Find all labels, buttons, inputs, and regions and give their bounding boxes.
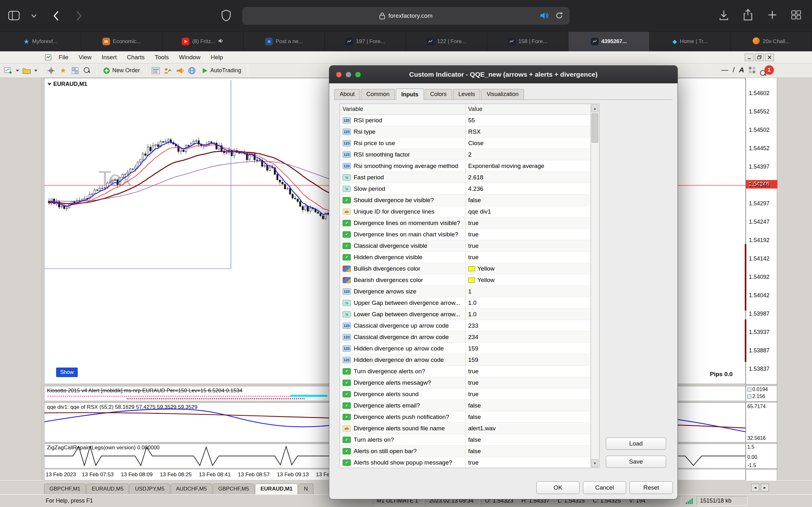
save-button[interactable]: Save — [606, 456, 666, 468]
tab-scroll-left-icon[interactable]: ◄ — [751, 484, 759, 492]
new-chart-caret-icon[interactable] — [16, 70, 19, 72]
browser-tab[interactable]: 122 | Fore... — [406, 32, 487, 51]
audio-playing-icon[interactable] — [540, 11, 549, 20]
zoom-light-icon[interactable] — [355, 72, 361, 77]
input-value-cell[interactable]: 1.0 — [466, 308, 591, 320]
address-bar[interactable]: forexfactory.com — [242, 7, 570, 25]
crosshair-icon[interactable] — [46, 66, 56, 76]
input-row[interactable]: ½Lower Gap between divergence arrow...1.… — [340, 308, 591, 320]
share-icon[interactable] — [743, 9, 753, 21]
input-row[interactable]: ✓Hidden divergence visibletrue — [340, 251, 591, 263]
reload-icon[interactable] — [555, 11, 563, 20]
input-value-cell[interactable]: 2.618 — [466, 172, 591, 183]
input-value-cell[interactable]: 159 — [466, 354, 591, 365]
cancel-button[interactable]: Cancel — [583, 481, 626, 494]
input-row[interactable]: ✓Divergence alerts push notification?fal… — [340, 411, 591, 423]
dialog-tab-colors[interactable]: Colors — [425, 89, 452, 100]
input-row[interactable]: ✓Turn divergence alerts on?true — [340, 366, 591, 377]
table-scrollbar[interactable]: ▲ ▼ — [591, 104, 600, 468]
input-value-cell[interactable]: false — [466, 446, 591, 457]
input-value-cell[interactable]: true — [466, 229, 591, 240]
downloads-icon[interactable] — [719, 9, 729, 21]
input-row[interactable]: 123Rsi price to useClose — [340, 137, 591, 149]
input-value-cell[interactable]: true — [466, 251, 591, 263]
input-row[interactable]: 123Hidden divergence up arrow code159 — [340, 343, 591, 354]
input-value-cell[interactable]: 233 — [466, 320, 591, 331]
input-value-cell[interactable]: true — [466, 217, 591, 228]
new-chart-icon[interactable] — [3, 66, 13, 76]
show-button[interactable]: Show — [56, 368, 78, 377]
input-value-cell[interactable]: Yellow — [466, 263, 591, 274]
input-row[interactable]: 123Divergence arrows size1 — [340, 286, 591, 297]
ok-button[interactable]: OK — [537, 481, 579, 494]
input-row[interactable]: 123Hidden divergence dn arrow code159 — [340, 354, 591, 366]
dialog-tab-about[interactable]: About — [334, 89, 360, 100]
new-order-button[interactable]: New Order — [100, 66, 143, 75]
tab-overview-icon[interactable] — [791, 10, 801, 20]
input-value-cell[interactable]: 234 — [466, 331, 591, 343]
alerts-horn-icon[interactable] — [175, 66, 185, 76]
scroll-thumb[interactable] — [592, 113, 598, 143]
input-row[interactable]: 123Classical divergence up arrow code233 — [340, 320, 591, 331]
dialog-tab-levels[interactable]: Levels — [453, 89, 480, 100]
trendline-tool-icon[interactable]: / — [733, 66, 734, 74]
input-value-cell[interactable]: 1.0 — [466, 297, 591, 308]
menu-help[interactable]: Help — [206, 54, 228, 61]
input-value-cell[interactable]: Exponential moving average — [466, 160, 591, 171]
input-value-cell[interactable]: false — [466, 434, 591, 445]
input-row[interactable]: ✓Should divergence be visible?false — [340, 194, 591, 206]
close-icon[interactable] — [765, 54, 774, 61]
strategy-tester-icon[interactable] — [163, 66, 173, 76]
notification-badge[interactable]: 1 — [764, 65, 774, 75]
menu-window[interactable]: Window — [174, 54, 206, 61]
load-button[interactable]: Load — [606, 438, 666, 450]
terminal-icon[interactable] — [151, 66, 161, 76]
input-value-cell[interactable]: 2 — [466, 149, 591, 160]
input-value-cell[interactable]: 1 — [466, 286, 591, 297]
input-row[interactable]: 123Rsi typeRSX — [340, 126, 591, 137]
input-row[interactable]: ✓Alerts on still open bar?false — [340, 446, 591, 457]
menu-view[interactable]: View — [73, 54, 97, 61]
close-light-icon[interactable] — [336, 72, 342, 77]
menu-charts[interactable]: Charts — [122, 54, 150, 61]
new-tab-icon[interactable] — [768, 10, 777, 20]
chart-tab[interactable]: USDJPY,M5 — [130, 484, 170, 494]
input-row[interactable]: ½Fast period2.618 — [340, 172, 591, 183]
browser-tab[interactable]: ≡Post a ne... — [244, 32, 325, 51]
chart-tab[interactable]: N — [299, 484, 313, 494]
browser-tab[interactable]: (8) Fritz... — [162, 32, 244, 51]
web-globe-icon[interactable] — [187, 66, 197, 76]
input-value-cell[interactable]: true — [466, 457, 591, 468]
input-value-cell[interactable]: Yellow — [466, 274, 591, 285]
chart-tab[interactable]: AUDCHF,M5 — [171, 484, 212, 494]
chart-tab[interactable]: EURAUD,M1 — [255, 484, 298, 494]
profiles-caret-icon[interactable] — [34, 70, 38, 72]
forward-icon[interactable] — [75, 10, 83, 21]
sidebar-icon[interactable] — [8, 11, 20, 20]
input-row[interactable]: Bearish divergences colorYellow — [340, 274, 591, 286]
input-value-cell[interactable]: qqe div1 — [466, 206, 591, 217]
input-row[interactable]: Bullish divergences colorYellow — [340, 263, 591, 274]
dialog-tab-inputs[interactable]: Inputs — [396, 89, 424, 100]
input-value-cell[interactable]: true — [466, 377, 591, 388]
browser-tab[interactable]: ★Myforexf... — [0, 32, 81, 51]
menu-file[interactable]: File — [54, 54, 73, 61]
input-row[interactable]: ✓Turn alerts on?false — [340, 434, 591, 446]
input-row[interactable]: ✓Classical divergence visibletrue — [340, 240, 591, 251]
input-row[interactable]: ✓Divergence lines on main chart visible?… — [340, 229, 591, 240]
dialog-title-bar[interactable]: Custom Indicator - QQE_new (arrows + ale… — [329, 66, 677, 83]
input-row[interactable]: abUnique ID for divergence linesqqe div1 — [340, 206, 591, 217]
tab-scroll-right-icon[interactable]: ► — [761, 484, 769, 492]
input-row[interactable]: 123Rsi smoothing moving average methodEx… — [340, 160, 591, 172]
browser-tab[interactable]: 197 | Fore... — [325, 32, 406, 51]
objects-grid-icon[interactable] — [749, 66, 756, 73]
chevron-down-icon[interactable] — [31, 14, 37, 18]
text-tool-icon[interactable]: A — [739, 66, 744, 74]
profiles-icon[interactable] — [21, 66, 32, 76]
input-value-cell[interactable]: Close — [466, 137, 591, 149]
privacy-shield-icon[interactable] — [221, 9, 231, 21]
scroll-down-icon[interactable]: ▼ — [592, 459, 598, 467]
input-row[interactable]: ½Upper Gap between divergence arrow...1.… — [340, 297, 591, 308]
input-value-cell[interactable]: true — [466, 240, 591, 251]
input-value-cell[interactable]: 55 — [466, 115, 591, 126]
